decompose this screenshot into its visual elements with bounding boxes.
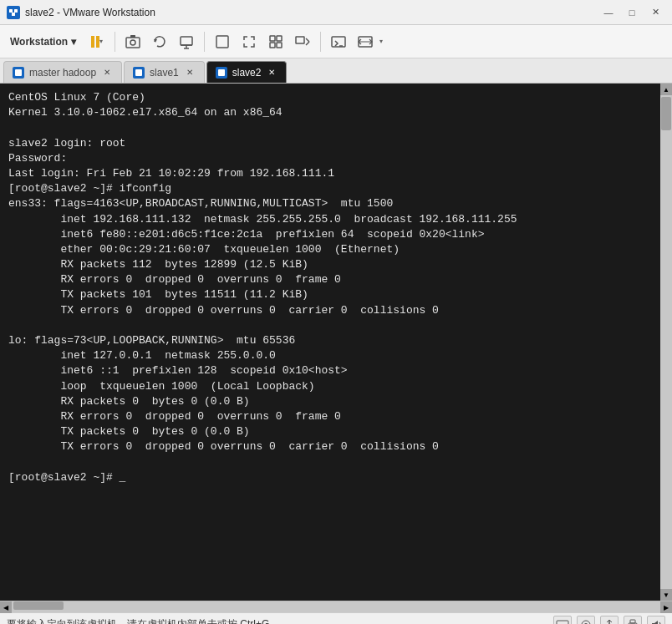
audio-icon [579,618,593,625]
main-area: CentOS Linux 7 (Core) Kernel 3.10.0-1062… [0,84,672,601]
tab-label-slave1: slave1 [150,67,179,79]
tabs-bar: master hadoop ✕ slave1 ✕ slave2 ✕ [0,58,672,84]
settings-icon [178,33,195,50]
svg-line-17 [306,38,309,42]
svg-rect-37 [630,620,635,623]
title-bar-left: slave2 - VMware Workstation [7,6,155,19]
window-controls: — □ ✕ [598,4,665,21]
svg-rect-7 [181,37,192,45]
window-title: slave2 - VMware Workstation [25,7,155,18]
console-button[interactable] [326,29,351,54]
scroll-thumb[interactable] [661,97,671,130]
tab-vm-icon-master [13,67,24,79]
horizontal-scrollbar[interactable]: ◀ ▶ [0,601,672,612]
print-icon [626,618,639,625]
full-screen-button[interactable] [237,29,262,54]
svg-rect-23 [15,69,22,76]
svg-rect-5 [130,35,135,38]
pause-dropdown: ▾ [99,38,103,45]
svg-rect-19 [332,37,345,47]
tab-slave1[interactable]: slave1 ✕ [124,61,205,83]
sound-icon-btn[interactable] [647,616,665,625]
status-message: 要将输入定向到该虚拟机，请在虚拟机内部单击或按 Ctrl+G。 [7,617,279,624]
hscroll-thumb[interactable] [13,601,64,610]
terminal[interactable]: CentOS Linux 7 (Core) Kernel 3.10.0-1062… [0,84,660,601]
svg-rect-16 [296,37,304,43]
print-icon-btn[interactable] [624,616,642,625]
toolbar: Workstation ▾ ▾ [0,25,672,58]
svg-rect-24 [135,69,142,76]
svg-rect-12 [270,36,275,41]
svg-rect-3 [126,38,140,48]
separator-3 [320,32,321,52]
fullscreen-icon [241,33,257,50]
stretch-dropdown[interactable]: ▾ [379,38,383,45]
workstation-menu-button[interactable]: Workstation ▾ [3,28,83,55]
svg-rect-26 [557,621,568,625]
svg-rect-14 [270,43,275,48]
scroll-up-button[interactable]: ▲ [660,84,672,95]
svg-rect-13 [277,36,282,41]
vertical-scrollbar[interactable]: ▲ ▼ [660,84,672,601]
network-icon [556,618,569,625]
separator-2 [204,32,205,52]
tab-master-hadoop[interactable]: master hadoop ✕ [3,61,122,83]
separator-1 [115,32,115,52]
autofit-button[interactable] [290,29,315,54]
svg-rect-2 [12,13,15,16]
status-bar: 要将输入定向到该虚拟机，请在虚拟机内部单击或按 Ctrl+G。 [0,612,672,624]
pause-button[interactable]: ▾ [84,29,109,54]
usb-icon [603,618,616,625]
unity-icon [267,33,284,50]
tab-label-master: master hadoop [29,67,96,79]
scroll-right-button[interactable]: ▶ [660,601,672,613]
tab-vm-icon-slave2 [216,67,227,79]
settings-button[interactable] [174,29,199,54]
svg-point-4 [130,40,135,45]
audio-icon-btn[interactable] [577,616,595,625]
usb-icon-btn[interactable] [600,616,619,625]
autofit-icon [294,33,311,50]
stretch-button[interactable] [353,29,378,54]
normal-view-icon [214,33,231,50]
svg-marker-40 [652,621,658,625]
scroll-track[interactable] [661,95,671,589]
stretch-icon [357,33,374,50]
sound-icon [649,618,663,625]
normal-view-button[interactable] [210,29,235,54]
tab-slave2[interactable]: slave2 ✕ [206,61,288,83]
svg-rect-0 [9,9,13,13]
svg-rect-25 [218,69,225,76]
network-icon-btn[interactable] [553,616,572,625]
revert-icon [151,33,168,50]
svg-rect-1 [14,9,18,13]
tab-close-slave1[interactable]: ✕ [184,67,196,79]
vmware-icon [7,6,20,19]
svg-rect-11 [216,36,228,48]
hscroll-track[interactable] [12,601,660,612]
svg-rect-15 [277,43,282,48]
snapshot-button[interactable] [120,29,145,54]
pause-icon [91,36,99,48]
snapshot-icon [125,33,141,50]
console-icon [330,33,347,50]
tab-close-master[interactable]: ✕ [101,67,113,79]
unity-button[interactable] [263,29,288,54]
revert-button[interactable] [147,29,172,54]
maximize-button[interactable]: □ [622,4,642,21]
minimize-button[interactable]: — [598,4,619,21]
status-icons [553,616,665,625]
scroll-down-button[interactable]: ▼ [660,589,672,601]
workstation-label: Workstation [10,36,68,48]
svg-line-18 [306,42,309,45]
tab-label-slave2: slave2 [232,67,262,79]
dropdown-arrow: ▾ [71,36,76,48]
close-button[interactable]: ✕ [645,4,665,21]
title-bar: slave2 - VMware Workstation — □ ✕ [0,0,672,25]
tab-vm-icon-slave1 [133,67,145,79]
tab-close-slave2[interactable]: ✕ [266,67,277,79]
scroll-left-button[interactable]: ◀ [0,601,12,613]
